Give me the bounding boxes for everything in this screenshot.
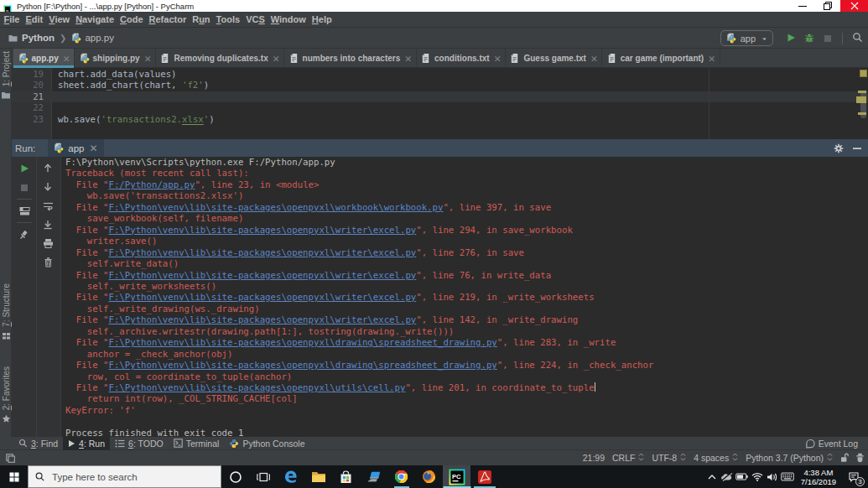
menu-item-run[interactable]: Run [190, 14, 213, 24]
menu-item-help[interactable]: Help [309, 14, 335, 24]
down-icon[interactable] [41, 179, 55, 193]
up-icon[interactable] [41, 161, 55, 174]
pin-icon[interactable] [18, 228, 31, 241]
stack-trace-link[interactable]: F:\Python\venv\lib\site-packages\openpyx… [108, 292, 416, 303]
stack-trace-link[interactable]: F:\Python\venv\lib\site-packages\openpyx… [108, 337, 496, 348]
inspection-indicator[interactable] [860, 70, 867, 77]
toolwindow-button-3-find[interactable]: 3: Find [13, 437, 63, 450]
taskbar-app-acrobat[interactable] [470, 465, 498, 488]
stripe-button-structure[interactable]: 7: Structure [0, 283, 12, 344]
stack-trace-link[interactable]: F:\Python\venv\lib\site-packages\openpyx… [108, 270, 416, 281]
taskbar-app-file-explorer[interactable] [304, 465, 332, 488]
menu-item-file[interactable]: File [1, 14, 23, 24]
taskbar-app-edge[interactable] [277, 465, 304, 488]
taskbar-app-firefox[interactable] [415, 465, 443, 488]
debug-button[interactable] [800, 29, 819, 48]
line-ending-select[interactable]: CRLF [612, 453, 644, 463]
keyboard-icon[interactable] [781, 465, 794, 488]
onedrive-off-icon[interactable] [720, 465, 734, 488]
code-editor[interactable]: 19chart.add_data(values)20sheet.add_char… [12, 68, 868, 139]
battery-icon[interactable] [735, 465, 749, 488]
taskbar-app-pycharm[interactable]: PC [443, 465, 470, 488]
tab-close-icon[interactable]: ✕ [590, 55, 598, 63]
editor-tab-shipping-py[interactable]: shipping.py✕ [75, 49, 156, 68]
menu-item-window[interactable]: Window [268, 14, 309, 24]
editor-tab-numbers-into-characters[interactable]: numbers into characters✕ [284, 49, 417, 68]
menu-item-navigate[interactable]: Navigate [73, 14, 117, 24]
taskbar-app-store[interactable] [332, 465, 360, 488]
rerun-icon[interactable] [18, 162, 31, 175]
hector-icon[interactable] [855, 453, 865, 463]
stack-trace-link[interactable]: F:\Python\venv\lib\site-packages\openpyx… [108, 314, 416, 325]
tab-close-icon[interactable]: ✕ [144, 55, 152, 63]
stack-trace-link[interactable]: F:\Python\venv\lib\site-packages\openpyx… [108, 382, 405, 393]
menu-item-code[interactable]: Code [117, 14, 147, 24]
hide-panel-icon[interactable] [852, 143, 862, 153]
stack-trace-link[interactable]: F:\Python\venv\lib\site-packages\openpyx… [108, 225, 416, 236]
stack-trace-link[interactable]: F:\Python\venv\lib\site-packages\openpyx… [108, 360, 496, 371]
minimize-button[interactable] [790, 0, 815, 12]
stack-trace-link[interactable]: F:\Python\venv\lib\site-packages\openpyx… [108, 202, 443, 213]
maximize-button[interactable] [815, 0, 840, 12]
taskbar-app-connect[interactable] [360, 465, 387, 488]
editor-tab-conditions-txt[interactable]: conditions.txt✕ [417, 49, 506, 68]
taskbar-clock[interactable]: 4:38 AM 7/16/2019 [801, 468, 836, 486]
toolwindow-button-terminal[interactable]: Terminal [169, 437, 225, 450]
editor-tab-removing-duplicates-tx[interactable]: Removing duplicates.tx✕ [156, 49, 284, 68]
tab-close-icon[interactable]: ✕ [404, 55, 412, 63]
toolwindow-button-4-run[interactable]: 4: Run [63, 437, 110, 450]
run-configuration-select[interactable]: app [720, 30, 773, 46]
tab-close-icon[interactable]: ✕ [494, 55, 502, 63]
tool-window-switcher-icon[interactable] [6, 454, 15, 463]
softwrap-icon[interactable] [41, 200, 55, 213]
menu-item-refactor[interactable]: Refactor [146, 14, 190, 24]
close-button[interactable] [840, 0, 868, 12]
toolwindow-button-event-log[interactable]: Event Log [800, 437, 863, 450]
scroll-end-icon[interactable] [41, 218, 55, 231]
stop-icon[interactable] [18, 181, 31, 195]
run-console[interactable]: F:\Python\venv\Scripts\python.exe F:/Pyt… [61, 157, 868, 437]
stripe-button-project[interactable]: 1: Project [0, 51, 12, 103]
stack-trace-link[interactable]: F:\Python\venv\lib\site-packages\openpyx… [108, 247, 416, 258]
wifi-icon[interactable] [751, 465, 764, 488]
run-button[interactable] [782, 29, 800, 48]
restore-layout-icon[interactable] [18, 205, 31, 218]
run-tab-app[interactable]: app ✕ [48, 139, 103, 157]
taskbar-app-chrome[interactable] [387, 465, 415, 488]
lock-icon[interactable] [840, 453, 849, 463]
action-center-button[interactable]: 3 [841, 465, 866, 488]
editor-tab-car-game-important-[interactable]: car game (important)✕ [602, 49, 720, 68]
caret-position[interactable]: 21:99 [583, 453, 605, 463]
chevron-up-icon[interactable] [705, 465, 719, 488]
indent-select[interactable]: 4 spaces [694, 453, 738, 463]
trash-icon[interactable] [41, 255, 55, 268]
stack-trace-link[interactable]: F:/Python/app.py [108, 179, 195, 190]
toolwindow-button-6-todo[interactable]: 6: TODO [110, 437, 169, 450]
stop-button[interactable] [819, 29, 837, 48]
volume-icon[interactable] [766, 465, 779, 488]
settings-gear-icon[interactable] [834, 143, 844, 153]
print-icon[interactable] [41, 236, 55, 250]
editor-tab-guess-game-txt[interactable]: Guess game.txt✕ [506, 49, 602, 68]
taskbar-search-box[interactable]: Type here to search [28, 465, 221, 488]
warning-stripe-mark[interactable] [858, 112, 866, 115]
breadcrumb-file[interactable]: app.py [70, 33, 114, 44]
menu-item-edit[interactable]: Edit [23, 14, 46, 24]
editor-tab-app-py[interactable]: app.py✕ [13, 49, 75, 68]
close-icon[interactable]: ✕ [89, 144, 97, 153]
menu-item-view[interactable]: View [46, 14, 73, 24]
taskbar-app-task-view[interactable] [249, 465, 277, 488]
stripe-button-favorites[interactable]: 2: Favorites [0, 366, 12, 427]
interpreter-select[interactable]: Python 3.7 (Python) [746, 453, 833, 463]
breadcrumb-project[interactable]: Python [8, 33, 55, 44]
taskbar-app-cortana[interactable] [221, 465, 249, 488]
tab-close-icon[interactable]: ✕ [273, 55, 280, 63]
menu-item-tools[interactable]: Tools [213, 14, 243, 24]
warning-stripe-mark[interactable] [858, 91, 866, 93]
tab-close-icon[interactable]: ✕ [708, 55, 715, 63]
menu-item-vcs[interactable]: VCS [243, 14, 268, 24]
start-button[interactable] [0, 465, 28, 488]
tab-close-icon[interactable]: ✕ [63, 55, 70, 63]
encoding-select[interactable]: UTF-8 [652, 453, 686, 463]
search-everywhere-button[interactable] [848, 29, 866, 48]
